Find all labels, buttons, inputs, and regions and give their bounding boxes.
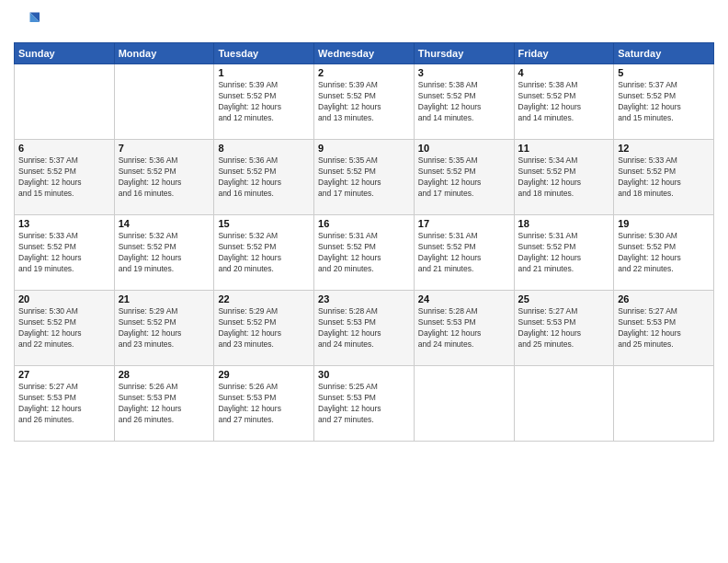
day-number: 20 xyxy=(18,293,110,304)
calendar-header-friday: Friday xyxy=(514,43,614,64)
calendar-cell: 28Sunrise: 5:26 AM Sunset: 5:53 PM Dayli… xyxy=(114,366,214,442)
calendar-cell: 16Sunrise: 5:31 AM Sunset: 5:52 PM Dayli… xyxy=(314,215,415,291)
day-info: Sunrise: 5:28 AM Sunset: 5:53 PM Dayligh… xyxy=(418,306,510,350)
calendar-cell: 14Sunrise: 5:32 AM Sunset: 5:52 PM Dayli… xyxy=(114,215,214,291)
calendar-cell: 29Sunrise: 5:26 AM Sunset: 5:53 PM Dayli… xyxy=(214,366,314,442)
calendar-week-4: 20Sunrise: 5:30 AM Sunset: 5:52 PM Dayli… xyxy=(15,291,714,366)
day-number: 12 xyxy=(618,143,710,154)
calendar-cell: 11Sunrise: 5:34 AM Sunset: 5:52 PM Dayli… xyxy=(514,140,614,215)
calendar-cell: 18Sunrise: 5:31 AM Sunset: 5:52 PM Dayli… xyxy=(514,215,614,291)
day-number: 5 xyxy=(618,67,710,78)
day-number: 16 xyxy=(318,218,410,229)
day-info: Sunrise: 5:27 AM Sunset: 5:53 PM Dayligh… xyxy=(518,306,610,350)
day-info: Sunrise: 5:36 AM Sunset: 5:52 PM Dayligh… xyxy=(218,155,310,200)
calendar-header-sunday: Sunday xyxy=(15,43,115,64)
day-info: Sunrise: 5:33 AM Sunset: 5:52 PM Dayligh… xyxy=(18,231,110,275)
day-number: 24 xyxy=(418,293,510,304)
day-info: Sunrise: 5:34 AM Sunset: 5:52 PM Dayligh… xyxy=(518,155,610,200)
day-info: Sunrise: 5:28 AM Sunset: 5:53 PM Dayligh… xyxy=(318,306,410,350)
day-info: Sunrise: 5:29 AM Sunset: 5:52 PM Dayligh… xyxy=(218,306,310,350)
day-number: 30 xyxy=(318,369,410,380)
calendar-cell xyxy=(114,64,214,140)
day-number: 4 xyxy=(518,67,610,78)
calendar-cell: 17Sunrise: 5:31 AM Sunset: 5:52 PM Dayli… xyxy=(414,215,514,291)
day-number: 17 xyxy=(418,218,510,229)
day-info: Sunrise: 5:31 AM Sunset: 5:52 PM Dayligh… xyxy=(318,231,410,275)
calendar-cell: 10Sunrise: 5:35 AM Sunset: 5:52 PM Dayli… xyxy=(414,140,514,215)
day-info: Sunrise: 5:38 AM Sunset: 5:52 PM Dayligh… xyxy=(518,80,610,124)
day-number: 10 xyxy=(418,143,510,154)
day-number: 2 xyxy=(318,67,410,78)
day-number: 21 xyxy=(119,293,210,304)
calendar-cell: 25Sunrise: 5:27 AM Sunset: 5:53 PM Dayli… xyxy=(514,291,614,366)
day-info: Sunrise: 5:30 AM Sunset: 5:52 PM Dayligh… xyxy=(618,231,710,275)
calendar-week-1: 1Sunrise: 5:39 AM Sunset: 5:52 PM Daylig… xyxy=(15,64,714,140)
day-info: Sunrise: 5:37 AM Sunset: 5:52 PM Dayligh… xyxy=(618,80,710,124)
calendar-table: SundayMondayTuesdayWednesdayThursdayFrid… xyxy=(14,42,714,442)
day-number: 1 xyxy=(218,67,310,78)
calendar-week-2: 6Sunrise: 5:37 AM Sunset: 5:52 PM Daylig… xyxy=(15,140,714,215)
day-number: 15 xyxy=(218,218,310,229)
calendar-cell: 3Sunrise: 5:38 AM Sunset: 5:52 PM Daylig… xyxy=(414,64,514,140)
calendar-cell: 4Sunrise: 5:38 AM Sunset: 5:52 PM Daylig… xyxy=(514,64,614,140)
day-number: 27 xyxy=(18,369,110,380)
logo-icon xyxy=(14,9,40,35)
day-number: 8 xyxy=(218,143,310,154)
day-info: Sunrise: 5:27 AM Sunset: 5:53 PM Dayligh… xyxy=(618,306,710,350)
day-info: Sunrise: 5:30 AM Sunset: 5:52 PM Dayligh… xyxy=(18,306,110,350)
day-number: 9 xyxy=(318,143,410,154)
day-number: 14 xyxy=(119,218,210,229)
page: SundayMondayTuesdayWednesdayThursdayFrid… xyxy=(0,0,728,563)
day-info: Sunrise: 5:33 AM Sunset: 5:52 PM Dayligh… xyxy=(618,155,710,200)
calendar-cell: 8Sunrise: 5:36 AM Sunset: 5:52 PM Daylig… xyxy=(214,140,314,215)
calendar-cell: 5Sunrise: 5:37 AM Sunset: 5:52 PM Daylig… xyxy=(614,64,714,140)
day-number: 13 xyxy=(18,218,110,229)
day-info: Sunrise: 5:29 AM Sunset: 5:52 PM Dayligh… xyxy=(119,306,210,350)
day-info: Sunrise: 5:31 AM Sunset: 5:52 PM Dayligh… xyxy=(518,231,610,275)
day-number: 3 xyxy=(418,67,510,78)
calendar-cell: 22Sunrise: 5:29 AM Sunset: 5:52 PM Dayli… xyxy=(214,291,314,366)
day-number: 7 xyxy=(119,143,210,154)
day-number: 22 xyxy=(218,293,310,304)
day-info: Sunrise: 5:36 AM Sunset: 5:52 PM Dayligh… xyxy=(119,155,210,200)
day-info: Sunrise: 5:25 AM Sunset: 5:53 PM Dayligh… xyxy=(318,382,410,426)
calendar-cell: 21Sunrise: 5:29 AM Sunset: 5:52 PM Dayli… xyxy=(114,291,214,366)
calendar-cell xyxy=(414,366,514,442)
calendar-cell: 27Sunrise: 5:27 AM Sunset: 5:53 PM Dayli… xyxy=(15,366,115,442)
calendar-cell: 24Sunrise: 5:28 AM Sunset: 5:53 PM Dayli… xyxy=(414,291,514,366)
calendar-cell: 12Sunrise: 5:33 AM Sunset: 5:52 PM Dayli… xyxy=(614,140,714,215)
calendar-header-row: SundayMondayTuesdayWednesdayThursdayFrid… xyxy=(15,43,714,64)
calendar-cell xyxy=(15,64,115,140)
day-number: 26 xyxy=(618,293,710,304)
day-info: Sunrise: 5:26 AM Sunset: 5:53 PM Dayligh… xyxy=(119,382,210,426)
calendar-cell: 20Sunrise: 5:30 AM Sunset: 5:52 PM Dayli… xyxy=(15,291,115,366)
calendar-week-5: 27Sunrise: 5:27 AM Sunset: 5:53 PM Dayli… xyxy=(15,366,714,442)
day-info: Sunrise: 5:39 AM Sunset: 5:52 PM Dayligh… xyxy=(318,80,410,124)
day-info: Sunrise: 5:39 AM Sunset: 5:52 PM Dayligh… xyxy=(218,80,310,124)
calendar-cell: 13Sunrise: 5:33 AM Sunset: 5:52 PM Dayli… xyxy=(15,215,115,291)
calendar-cell: 6Sunrise: 5:37 AM Sunset: 5:52 PM Daylig… xyxy=(15,140,115,215)
calendar-cell xyxy=(614,366,714,442)
day-info: Sunrise: 5:38 AM Sunset: 5:52 PM Dayligh… xyxy=(418,80,510,124)
day-number: 6 xyxy=(18,143,110,154)
day-info: Sunrise: 5:35 AM Sunset: 5:52 PM Dayligh… xyxy=(318,155,410,200)
header xyxy=(14,9,714,35)
calendar-cell: 26Sunrise: 5:27 AM Sunset: 5:53 PM Dayli… xyxy=(614,291,714,366)
day-info: Sunrise: 5:27 AM Sunset: 5:53 PM Dayligh… xyxy=(18,382,110,426)
day-info: Sunrise: 5:26 AM Sunset: 5:53 PM Dayligh… xyxy=(218,382,310,426)
day-info: Sunrise: 5:32 AM Sunset: 5:52 PM Dayligh… xyxy=(218,231,310,275)
day-number: 25 xyxy=(518,293,610,304)
calendar-header-monday: Monday xyxy=(114,43,214,64)
day-info: Sunrise: 5:37 AM Sunset: 5:52 PM Dayligh… xyxy=(18,155,110,200)
calendar-cell: 2Sunrise: 5:39 AM Sunset: 5:52 PM Daylig… xyxy=(314,64,415,140)
day-number: 11 xyxy=(518,143,610,154)
day-info: Sunrise: 5:35 AM Sunset: 5:52 PM Dayligh… xyxy=(418,155,510,200)
calendar-header-wednesday: Wednesday xyxy=(314,43,415,64)
calendar-header-thursday: Thursday xyxy=(414,43,514,64)
calendar-cell: 9Sunrise: 5:35 AM Sunset: 5:52 PM Daylig… xyxy=(314,140,415,215)
day-number: 19 xyxy=(618,218,710,229)
calendar-cell: 23Sunrise: 5:28 AM Sunset: 5:53 PM Dayli… xyxy=(314,291,415,366)
calendar-header-tuesday: Tuesday xyxy=(214,43,314,64)
calendar-header-saturday: Saturday xyxy=(614,43,714,64)
day-number: 28 xyxy=(119,369,210,380)
